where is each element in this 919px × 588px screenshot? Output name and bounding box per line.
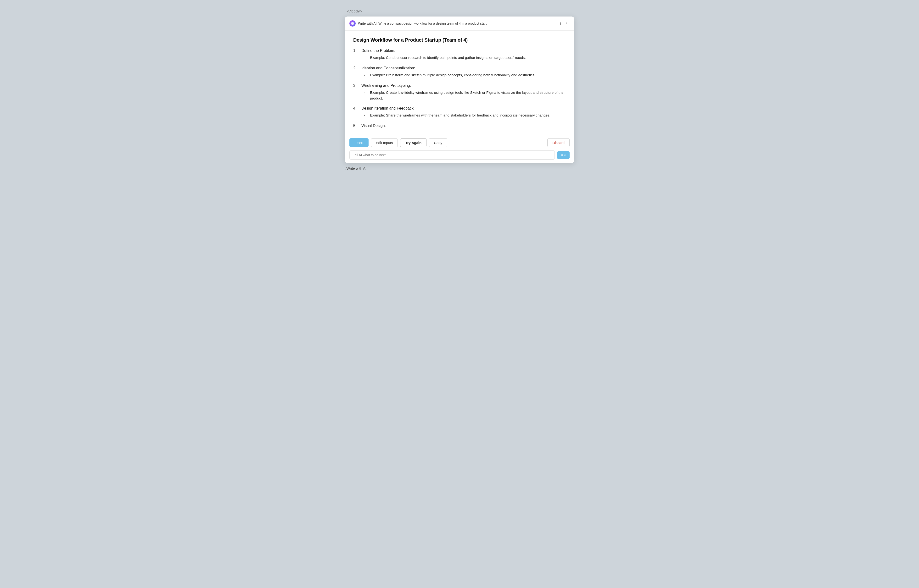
tell-ai-input[interactable] bbox=[349, 150, 555, 160]
item-body: Visual Design: bbox=[361, 124, 566, 130]
item-number: 2. bbox=[353, 66, 359, 70]
item-body: Define the Problem: · Example: Conduct u… bbox=[361, 48, 566, 61]
bullet-list: · Example: Share the wireframes with the… bbox=[361, 112, 566, 118]
info-icon-button[interactable]: ℹ bbox=[558, 21, 562, 26]
ai-header-actions: ℹ ⋮ bbox=[558, 21, 570, 26]
item-number: 4. bbox=[353, 106, 359, 110]
list-item: 5. Visual Design: bbox=[353, 124, 566, 130]
ai-footer: Insert Edit Inputs Try Again Copy Discar… bbox=[345, 135, 574, 163]
list-item: 1. Define the Problem: · Example: Conduc… bbox=[353, 48, 566, 61]
bullet-item: · Example: Brainstorm and sketch multipl… bbox=[361, 72, 566, 78]
copy-button[interactable]: Copy bbox=[429, 138, 447, 147]
item-heading: Design Iteration and Feedback: bbox=[361, 106, 566, 110]
code-hint: </body> bbox=[345, 10, 574, 14]
ai-header-title: Write with AI: Write a compact design wo… bbox=[358, 21, 556, 25]
item-number: 3. bbox=[353, 84, 359, 88]
item-heading: Wireframing and Prototyping: bbox=[361, 84, 566, 88]
ai-content-area: Design Workflow for a Product Startup (T… bbox=[345, 31, 574, 135]
bullet-text: Example: Brainstorm and sketch multiple … bbox=[370, 72, 536, 78]
ai-icon bbox=[349, 20, 356, 27]
tell-ai-row: ⌘↩ bbox=[349, 150, 570, 160]
bullet-dot: · bbox=[364, 90, 367, 96]
list-item: 3. Wireframing and Prototyping: · Exampl… bbox=[353, 84, 566, 101]
insert-button[interactable]: Insert bbox=[349, 138, 369, 147]
bullet-list: · Example: Brainstorm and sketch multipl… bbox=[361, 72, 566, 78]
write-with-ai-label: /Write with AI bbox=[345, 166, 574, 170]
bullet-item: · Example: Create low-fidelity wireframe… bbox=[361, 90, 566, 101]
discard-button[interactable]: Discard bbox=[547, 138, 570, 147]
ai-panel-header: Write with AI: Write a compact design wo… bbox=[345, 16, 574, 31]
item-body: Wireframing and Prototyping: · Example: … bbox=[361, 84, 566, 101]
bullet-text: Example: Create low-fidelity wireframes … bbox=[370, 90, 566, 101]
more-options-button[interactable]: ⋮ bbox=[564, 21, 570, 26]
ai-panel: Write with AI: Write a compact design wo… bbox=[345, 16, 574, 163]
try-again-button[interactable]: Try Again bbox=[400, 138, 427, 147]
bullet-dot: · bbox=[364, 112, 367, 118]
send-shortcut-label: ⌘↩ bbox=[560, 153, 566, 157]
info-icon: ℹ bbox=[560, 21, 561, 26]
bullet-text: Example: Conduct user research to identi… bbox=[370, 55, 526, 60]
item-heading: Ideation and Conceptualization: bbox=[361, 66, 566, 70]
tell-ai-send-button[interactable]: ⌘↩ bbox=[557, 151, 570, 159]
bullet-dot: · bbox=[364, 72, 367, 78]
list-item: 2. Ideation and Conceptualization: · Exa… bbox=[353, 66, 566, 78]
content-title: Design Workflow for a Product Startup (T… bbox=[353, 37, 566, 43]
bullet-text: Example: Share the wireframes with the t… bbox=[370, 112, 550, 118]
edit-inputs-button[interactable]: Edit Inputs bbox=[371, 138, 398, 147]
item-number: 5. bbox=[353, 124, 359, 128]
item-body: Ideation and Conceptualization: · Exampl… bbox=[361, 66, 566, 78]
bullet-list: · Example: Conduct user research to iden… bbox=[361, 55, 566, 61]
more-icon: ⋮ bbox=[565, 21, 569, 26]
bullet-item: · Example: Conduct user research to iden… bbox=[361, 55, 566, 61]
action-buttons-row: Insert Edit Inputs Try Again Copy Discar… bbox=[349, 138, 570, 147]
bullet-item: · Example: Share the wireframes with the… bbox=[361, 112, 566, 118]
bullet-list: · Example: Create low-fidelity wireframe… bbox=[361, 90, 566, 101]
item-heading: Define the Problem: bbox=[361, 48, 566, 53]
item-number: 1. bbox=[353, 48, 359, 53]
workflow-list: 1. Define the Problem: · Example: Conduc… bbox=[353, 48, 566, 130]
item-heading: Visual Design: bbox=[361, 124, 566, 128]
list-item: 4. Design Iteration and Feedback: · Exam… bbox=[353, 106, 566, 118]
item-body: Design Iteration and Feedback: · Example… bbox=[361, 106, 566, 118]
bullet-dot: · bbox=[364, 55, 367, 61]
